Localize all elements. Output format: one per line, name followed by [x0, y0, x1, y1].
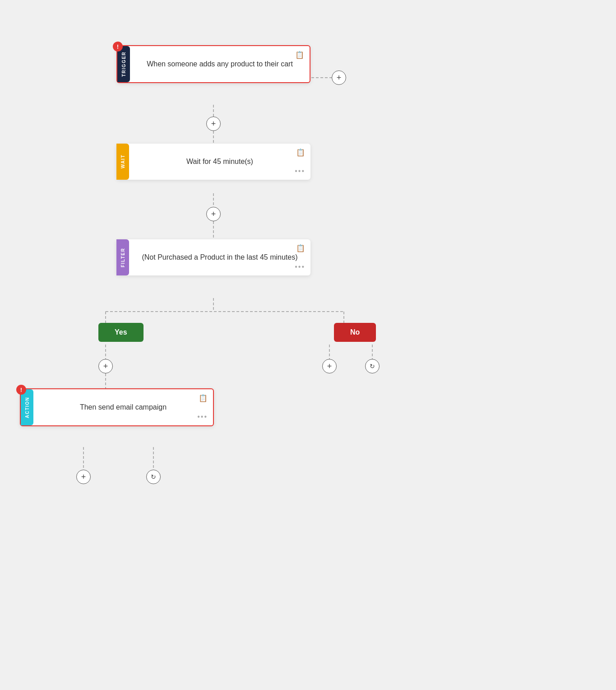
- connectors-svg: [0, 0, 616, 690]
- wait-menu-dots[interactable]: •••: [295, 167, 305, 175]
- no-button[interactable]: No: [334, 323, 376, 342]
- action-menu-dots[interactable]: •••: [197, 413, 208, 421]
- add-after-action-button[interactable]: +: [76, 470, 91, 484]
- action-error-badge: !: [16, 385, 26, 395]
- wait-card[interactable]: WAIT 📋 Wait for 45 minute(s) •••: [116, 144, 310, 180]
- add-after-trigger-button[interactable]: +: [206, 117, 221, 131]
- filter-text: (Not Purchased a Product in the last 45 …: [136, 252, 303, 262]
- filter-note-icon: 📋: [296, 244, 305, 252]
- add-after-yes-button[interactable]: +: [98, 359, 113, 373]
- action-note-icon: 📋: [199, 394, 208, 402]
- refresh-action-button[interactable]: ↻: [146, 470, 161, 484]
- add-after-no-button[interactable]: +: [322, 359, 337, 373]
- action-card[interactable]: ! ACTION 📋 Then send email campaign •••: [20, 388, 214, 426]
- action-text: Then send email campaign: [41, 402, 206, 412]
- filter-card-body: 📋 (Not Purchased a Product in the last 4…: [129, 239, 310, 275]
- action-card-body: 📋 Then send email campaign •••: [33, 389, 213, 425]
- wait-side-label: WAIT: [116, 144, 129, 180]
- trigger-text: When someone adds any product to their c…: [137, 59, 302, 69]
- wait-text: Wait for 45 minute(s): [136, 157, 303, 167]
- filter-menu-dots[interactable]: •••: [295, 263, 305, 271]
- refresh-no-button[interactable]: ↻: [365, 359, 380, 373]
- yes-button[interactable]: Yes: [98, 323, 144, 342]
- trigger-side-label: TRIGGER: [117, 46, 130, 82]
- trigger-card[interactable]: ! TRIGGER 📋 When someone adds any produc…: [116, 45, 310, 83]
- filter-side-label: FILTER: [116, 239, 129, 275]
- wait-note-icon: 📋: [296, 148, 305, 157]
- wait-card-body: 📋 Wait for 45 minute(s) •••: [129, 144, 310, 180]
- workflow-canvas: ! TRIGGER 📋 When someone adds any produc…: [0, 0, 616, 690]
- trigger-error-badge: !: [113, 42, 123, 51]
- filter-card[interactable]: FILTER 📋 (Not Purchased a Product in the…: [116, 239, 310, 275]
- add-after-wait-button[interactable]: +: [206, 207, 221, 221]
- trigger-note-icon: 📋: [295, 51, 304, 59]
- add-right-trigger-button[interactable]: +: [332, 70, 346, 85]
- action-side-label: ACTION: [21, 389, 33, 425]
- trigger-card-body: 📋 When someone adds any product to their…: [130, 46, 310, 82]
